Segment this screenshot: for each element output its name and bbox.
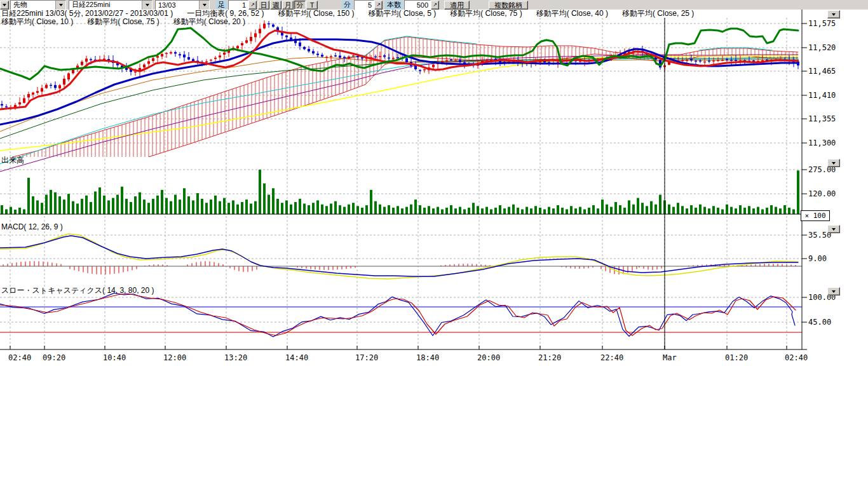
volume-axis-label: 120.00: [808, 190, 836, 198]
bar-count-input[interactable]: 500: [404, 0, 431, 10]
legend-item: 移動平均( Close, 10 ): [1, 18, 73, 26]
toolbar: 先物 日経225mini 13/03 足 1 ↗ 日 週 月 分 T 分 5 ↗…: [0, 0, 868, 10]
macd-pane-label: MACD( 12, 26, 9 ): [1, 223, 63, 231]
macd-pane-menu-button[interactable]: [827, 225, 840, 233]
volume-multiplier-badge: × 100: [801, 210, 830, 221]
time-axis-label: 17:20: [355, 353, 378, 362]
legend-item: 移動平均( Close, 40 ): [536, 10, 608, 18]
time-axis-label: 02:40: [8, 353, 31, 362]
chevron-down-icon: [832, 228, 836, 231]
period-tick-button[interactable]: T: [306, 1, 318, 10]
leftmost-dropdown-arrow-button[interactable]: [0, 1, 9, 10]
apply-button[interactable]: 適用: [444, 1, 470, 10]
bar-count-label: 本数: [385, 1, 403, 10]
period-day-button[interactable]: 日: [258, 1, 269, 10]
symbol-select-value: 日経225mini: [69, 0, 142, 10]
time-axis-label: 09:20: [43, 353, 65, 362]
time-axis-label: 02:40: [785, 353, 808, 362]
time-axis-label: 18:40: [416, 353, 439, 362]
volume-pane-label: 出来高: [1, 156, 24, 164]
price-axis-label: 11,465: [808, 67, 836, 75]
price-axis-label: 11,575: [808, 20, 836, 27]
legend-item: 移動平均( Close, 150 ): [278, 10, 355, 18]
time-axis-label: 01:20: [725, 353, 748, 362]
bar-type-input[interactable]: 1: [228, 0, 248, 10]
chevron-down-icon: [142, 1, 152, 10]
time-axis-label: Mar: [663, 353, 677, 362]
volume-pane-menu-button[interactable]: [827, 159, 840, 167]
period-month-button[interactable]: 月: [282, 1, 294, 10]
legend-item: 移動平均( Close, 75 ): [87, 18, 159, 26]
legend-item: 移動平均( Close, 25 ): [622, 10, 694, 18]
multi-symbol-button[interactable]: 複数銘柄: [489, 1, 528, 10]
price-axis-label: 11,520: [808, 44, 836, 51]
bar-type-spinner[interactable]: ↗: [248, 1, 257, 10]
volume-bars: [1, 170, 799, 214]
contract-month-value: 13/03: [156, 1, 199, 9]
time-axis-label: 21:20: [538, 353, 561, 362]
chevron-down-icon: [832, 290, 836, 293]
stochastics-pane-menu-button[interactable]: [827, 287, 840, 295]
chevron-down-icon: [3, 4, 6, 6]
market-select[interactable]: 先物: [10, 0, 66, 10]
chevron-down-icon: [55, 1, 65, 10]
minute-spinner[interactable]: ↗: [374, 1, 383, 10]
chart-canvas[interactable]: [0, 0, 868, 381]
price-axis-label: 11,410: [808, 92, 836, 99]
symbol-select[interactable]: 日経225mini: [69, 0, 153, 10]
time-axis-label: 10:40: [103, 353, 126, 362]
chevron-down-icon: [832, 162, 836, 165]
time-axis-label: 20:00: [477, 353, 500, 362]
market-select-value: 先物: [11, 0, 55, 10]
indicator-legend-row-2: 移動平均( Close, 10 )移動平均( Close, 75 )移動平均( …: [1, 18, 259, 26]
legend-item: 移動平均( Close, 20 ): [173, 18, 245, 26]
stochastics-pane-label: スロー・ストキャスティクス( 14, 3, 80, 20 ): [1, 287, 154, 294]
time-axis-label: 12:00: [163, 353, 186, 362]
time-axis-label: 13:20: [224, 353, 247, 362]
macd-histogram: [3, 261, 796, 274]
chevron-down-icon: [199, 1, 209, 10]
candlesticks: [1, 20, 799, 110]
time-axis-label: 14:40: [285, 353, 308, 362]
bar-count-spinner[interactable]: ↗: [431, 1, 439, 10]
price-pane-menu-button[interactable]: [827, 10, 840, 18]
price-axis-label: 11,300: [808, 139, 836, 147]
chevron-down-icon: [832, 13, 836, 16]
macd-axis-label: 9.00: [808, 255, 827, 262]
legend-item: 移動平均( Close, 75 ): [450, 10, 522, 18]
time-axis-label: 22:40: [600, 353, 623, 362]
price-axis-label: 11,355: [808, 115, 836, 123]
period-minute-button[interactable]: 分: [294, 1, 306, 10]
minute-label: 分: [342, 1, 353, 10]
contract-month-select[interactable]: 13/03: [155, 0, 210, 10]
bar-type-label: 足: [216, 1, 227, 10]
stochastics-axis-label: 45.00: [808, 318, 831, 326]
legend-item: 移動平均( Close, 5 ): [369, 10, 437, 18]
minute-input[interactable]: 5: [354, 0, 374, 10]
period-week-button[interactable]: 週: [270, 1, 281, 10]
